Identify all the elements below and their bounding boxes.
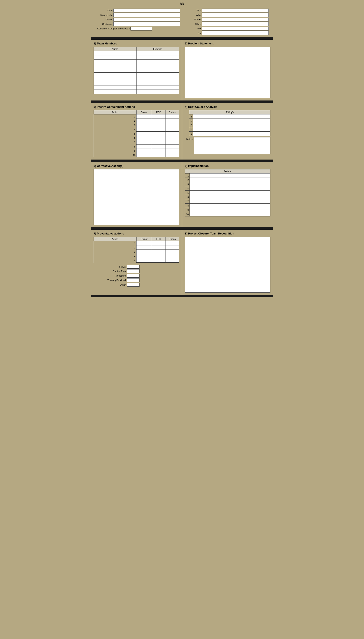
team-name-2[interactable] (94, 56, 136, 60)
team-func-7[interactable] (136, 77, 179, 81)
customer-input[interactable] (113, 22, 180, 26)
date-input[interactable] (113, 9, 180, 13)
training-row: Training Provided (98, 278, 179, 282)
impl-1[interactable] (190, 174, 270, 178)
problem-statement-box[interactable] (185, 47, 270, 98)
team-func-4[interactable] (136, 64, 179, 68)
impl-5[interactable] (190, 191, 270, 195)
notes-container: Notes (185, 137, 270, 154)
impl-8[interactable] (190, 204, 270, 208)
footer-checks: FMEA Control Plan Procedure Training Pro… (94, 265, 179, 287)
qty-label: Qty (184, 32, 201, 34)
team-name-9[interactable] (94, 86, 136, 90)
table-row (94, 64, 179, 68)
section-8-title: 8) Project Closure, Team Recognition (185, 232, 270, 235)
table-row: 7 (185, 199, 270, 204)
table-row: 4 (94, 254, 179, 258)
team-name-10[interactable] (94, 90, 136, 94)
divider-5 (91, 295, 273, 297)
training-label: Training Provided (98, 279, 126, 282)
why-4[interactable] (193, 127, 270, 132)
team-name-header: Name (94, 47, 136, 51)
date-row: Date (95, 9, 180, 13)
team-func-1[interactable] (136, 51, 179, 56)
section-3-title: 3) Interim Containment Actions (94, 105, 179, 109)
fmea-input[interactable] (127, 265, 140, 269)
why-1[interactable] (193, 115, 270, 119)
when-input[interactable] (202, 22, 269, 26)
why-2[interactable] (193, 119, 270, 123)
table-row: 3 (94, 250, 179, 254)
table-row: 7 (94, 140, 179, 145)
table-row: 1 (94, 115, 179, 119)
table-row: 5 (189, 132, 270, 136)
team-func-10[interactable] (136, 90, 179, 94)
notes-box[interactable] (194, 137, 270, 154)
team-function-header: Function (136, 47, 179, 51)
impl-header-row: Details (185, 169, 270, 174)
table-row: 8 (94, 145, 179, 149)
training-input[interactable] (127, 278, 140, 282)
table-row: 10 (185, 212, 270, 216)
team-name-3[interactable] (94, 60, 136, 64)
table-row: 4 (185, 186, 270, 191)
how-input[interactable] (202, 27, 269, 31)
qty-row: Qty (184, 31, 269, 35)
team-func-2[interactable] (136, 56, 179, 60)
impl-4[interactable] (190, 186, 270, 191)
qty-input[interactable] (202, 31, 269, 35)
impl-2[interactable] (190, 178, 270, 182)
procedure-input[interactable] (127, 274, 140, 278)
table-row: 3 (189, 123, 270, 127)
table-row (94, 60, 179, 64)
team-name-4[interactable] (94, 64, 136, 68)
report-title-input[interactable] (113, 13, 180, 17)
team-func-3[interactable] (136, 60, 179, 64)
what-row: What (184, 13, 269, 17)
when-label: When (184, 23, 201, 25)
other-input[interactable] (127, 283, 140, 287)
section-8: 8) Project Closure, Team Recognition (182, 230, 273, 295)
section-2: 2) Problem Statement (182, 40, 273, 101)
team-func-9[interactable] (136, 86, 179, 90)
team-func-6[interactable] (136, 73, 179, 77)
corrective-actions-box[interactable] (94, 169, 179, 225)
section-4-title: 4) Root Causes Analysis (185, 105, 270, 109)
who-input[interactable] (202, 9, 269, 13)
prevent-owner-header: Owner (136, 237, 152, 241)
section-5-title: 5) Corrective Action(s) (94, 164, 179, 168)
owner-input[interactable] (113, 18, 180, 22)
why-3[interactable] (193, 123, 270, 127)
section-1-title: 1) Team Members (94, 42, 179, 45)
control-plan-input[interactable] (127, 269, 140, 273)
why-5[interactable] (193, 132, 270, 136)
whys-header-row: 5 Why's (189, 110, 270, 115)
impl-6[interactable] (190, 195, 270, 199)
team-name-1[interactable] (94, 51, 136, 56)
table-row: 2 (189, 119, 270, 123)
project-closure-box[interactable] (185, 237, 270, 293)
impl-7[interactable] (190, 199, 270, 204)
team-name-8[interactable] (94, 81, 136, 86)
header-right: Who What Where When How Qty (184, 9, 269, 35)
team-func-5[interactable] (136, 68, 179, 73)
table-row: 5 (185, 191, 270, 195)
team-name-7[interactable] (94, 77, 136, 81)
prevent-status-header: Status (166, 237, 179, 241)
contain-status-header: Status (166, 110, 179, 115)
control-plan-label: Control Plan (98, 270, 126, 272)
section-5-6-grid: 5) Corrective Action(s) 6) Implementatio… (91, 162, 273, 227)
what-input[interactable] (202, 13, 269, 17)
table-row: 3 (94, 123, 179, 127)
team-func-8[interactable] (136, 81, 179, 86)
contain-owner-header: Owner (136, 110, 152, 115)
table-row: 3 (185, 182, 270, 186)
impl-3[interactable] (190, 182, 270, 186)
team-name-5[interactable] (94, 68, 136, 73)
team-name-6[interactable] (94, 73, 136, 77)
impl-10[interactable] (190, 212, 270, 216)
where-input[interactable] (202, 18, 269, 22)
divider-4 (91, 227, 273, 230)
impl-9[interactable] (190, 208, 270, 212)
complaint-input[interactable] (130, 27, 152, 31)
